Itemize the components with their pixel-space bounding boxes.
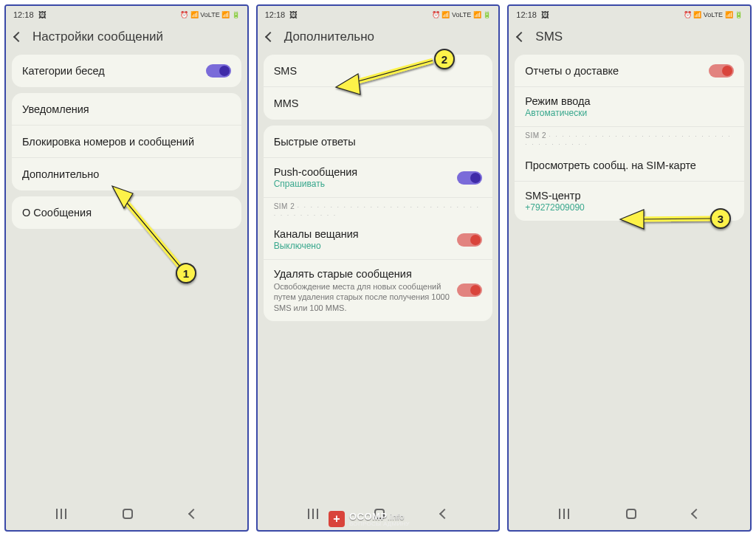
annotation-badge-3: 3	[710, 208, 731, 229]
row-view-sim-messages[interactable]: Просмотреть сообщ. на SIM-карте	[515, 149, 744, 182]
back-icon[interactable]	[516, 32, 526, 42]
row-subtext: Выключено	[274, 241, 452, 251]
toggle-delete-old[interactable]	[457, 284, 482, 297]
status-bar: 12:18🖼 ⏰ 📶 VoLTE 📶 🔋	[6, 6, 247, 24]
page-title: Настройки сообщений	[32, 30, 163, 44]
sim-label: SIM 2	[525, 131, 546, 140]
status-icons: ⏰ 📶 VoLTE 📶 🔋	[432, 11, 491, 18]
row-subtext: Автоматически	[525, 108, 728, 118]
row-label: Режим ввода	[525, 95, 728, 107]
row-mms[interactable]: MMS	[264, 87, 493, 120]
status-screenshot-icon: 🖼	[541, 10, 549, 19]
screen-header: Дополнительно	[258, 24, 499, 52]
settings-card: SMS MMS	[264, 55, 493, 120]
row-label: Быстрые ответы	[274, 136, 477, 148]
row-label: Уведомления	[22, 103, 225, 115]
back-icon[interactable]	[265, 32, 275, 42]
nav-recent-button[interactable]	[56, 509, 66, 519]
divider-dots: · · · · · · · · · · · · · · · · · · · · …	[274, 203, 480, 219]
nav-back-button[interactable]	[691, 509, 701, 519]
nav-home-button[interactable]	[123, 509, 133, 519]
nav-home-button[interactable]	[626, 509, 636, 519]
nav-recent-button[interactable]	[308, 509, 318, 519]
status-bar: 12:18🖼 ⏰ 📶 VoLTE 📶 🔋	[509, 6, 750, 24]
nav-bar	[6, 499, 247, 530]
annotation-badge-1: 1	[176, 263, 196, 284]
status-time: 12:18	[13, 10, 34, 19]
row-delete-old-messages[interactable]: Удалять старые сообщения Освобождение ме…	[264, 260, 493, 321]
row-delivery-reports[interactable]: Отчеты о доставке	[515, 55, 744, 87]
row-label: Отчеты о доставке	[525, 65, 703, 77]
status-time: 12:18	[265, 10, 286, 19]
watermark: + OCOMP.info ВОПРОСЫ АДМИНУ	[329, 511, 410, 527]
settings-card: Отчеты о доставке Режим ввода Автоматиче…	[515, 55, 744, 221]
status-screenshot-icon: 🖼	[289, 10, 298, 19]
row-conversation-categories[interactable]: Категории бесед	[12, 55, 241, 87]
nav-back-button[interactable]	[439, 509, 450, 519]
row-subtext: +79272909090	[525, 202, 728, 213]
row-label: Блокировка номеров и сообщений	[22, 136, 225, 148]
row-label: Просмотреть сообщ. на SIM-карте	[525, 159, 728, 171]
row-label: О Сообщения	[22, 207, 225, 219]
row-additional[interactable]: Дополнительно	[12, 158, 241, 190]
screen-header: SMS	[509, 24, 750, 52]
row-label: Категории бесед	[22, 65, 200, 77]
back-icon[interactable]	[13, 32, 24, 42]
sim-label: SIM 2	[274, 202, 295, 210]
annotation-badge-2: 2	[434, 49, 455, 69]
page-title: SMS	[535, 30, 563, 44]
settings-card: О Сообщения	[12, 196, 241, 229]
row-sms-center[interactable]: SMS-центр +79272909090	[515, 182, 744, 221]
nav-back-button[interactable]	[188, 509, 198, 519]
phone-screen-3: 12:18🖼 ⏰ 📶 VoLTE 📶 🔋 SMS Отчеты о достав…	[507, 4, 752, 532]
toggle-broadcast-channels[interactable]	[457, 233, 482, 247]
sim-section-label: SIM 2 · · · · · · · · · · · · · · · · · …	[264, 198, 493, 220]
status-icons: ⏰ 📶 VoLTE 📶 🔋	[180, 11, 239, 18]
settings-card: Категории бесед	[12, 55, 241, 87]
row-label: Дополнительно	[22, 168, 225, 180]
settings-card: Быстрые ответы Push-сообщения Спрашивать…	[264, 126, 493, 321]
row-block-numbers[interactable]: Блокировка номеров и сообщений	[12, 126, 241, 158]
row-label: Каналы вещания	[274, 228, 452, 240]
row-input-mode[interactable]: Режим ввода Автоматически	[515, 87, 744, 127]
phone-screen-2: 12:18🖼 ⏰ 📶 VoLTE 📶 🔋 Дополнительно SMS M…	[256, 4, 501, 532]
status-screenshot-icon: 🖼	[38, 10, 47, 19]
row-notifications[interactable]: Уведомления	[12, 93, 241, 126]
row-description: Освобождение места для новых сообщений п…	[274, 281, 452, 313]
watermark-subtitle: ВОПРОСЫ АДМИНУ	[349, 521, 410, 527]
row-label: SMS-центр	[525, 190, 728, 202]
row-broadcast-channels[interactable]: Каналы вещания Выключено	[264, 220, 493, 260]
status-icons: ⏰ 📶 VoLTE 📶 🔋	[684, 11, 743, 18]
row-push-messages[interactable]: Push-сообщения Спрашивать	[264, 158, 493, 198]
status-time: 12:18	[516, 10, 537, 19]
row-about-messages[interactable]: О Сообщения	[12, 196, 241, 229]
nav-bar	[509, 499, 750, 530]
page-title: Дополнительно	[284, 30, 374, 44]
row-sms[interactable]: SMS	[264, 55, 493, 87]
row-label: MMS	[274, 97, 477, 109]
screen-header: Настройки сообщений	[6, 24, 247, 52]
row-label: Push-сообщения	[274, 166, 452, 178]
divider-dots: · · · · · · · · · · · · · · · · · · · · …	[525, 132, 731, 148]
watermark-icon: +	[329, 511, 345, 527]
nav-recent-button[interactable]	[559, 509, 569, 519]
row-subtext: Спрашивать	[274, 179, 452, 189]
row-quick-replies[interactable]: Быстрые ответы	[264, 126, 493, 158]
toggle-delivery-reports[interactable]	[709, 64, 734, 78]
watermark-suffix: .info	[388, 512, 405, 521]
toggle-conversation-categories[interactable]	[206, 64, 231, 78]
sim-section-label: SIM 2 · · · · · · · · · · · · · · · · · …	[515, 127, 744, 149]
phone-screen-1: 12:18🖼 ⏰ 📶 VoLTE 📶 🔋 Настройки сообщений…	[4, 4, 249, 532]
toggle-push-messages[interactable]	[457, 171, 482, 185]
settings-card: Уведомления Блокировка номеров и сообщен…	[12, 93, 241, 190]
row-label: Удалять старые сообщения	[274, 268, 452, 280]
status-bar: 12:18🖼 ⏰ 📶 VoLTE 📶 🔋	[258, 6, 499, 24]
